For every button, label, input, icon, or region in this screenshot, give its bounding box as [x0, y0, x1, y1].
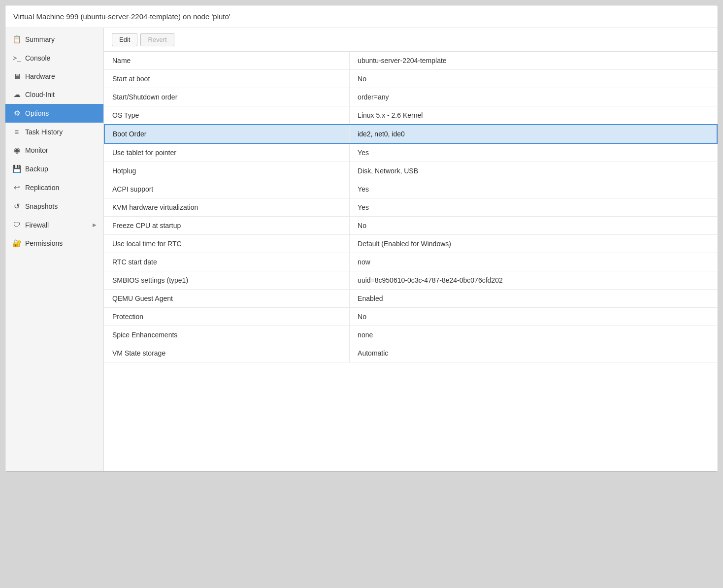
option-value: ubuntu-server-2204-template: [350, 52, 717, 70]
summary-icon: 📋: [12, 35, 21, 44]
options-icon: ⚙: [12, 109, 21, 118]
table-row[interactable]: SMBIOS settings (type1)uuid=8c950610-0c3…: [104, 271, 717, 290]
option-key: Use tablet for pointer: [104, 143, 350, 162]
sidebar-item-permissions[interactable]: 🔐Permissions: [5, 234, 103, 253]
option-key: RTC start date: [104, 253, 350, 271]
sidebar-item-label-permissions: Permissions: [25, 239, 63, 247]
option-value: No: [350, 217, 717, 235]
title-bar: Virtual Machine 999 (ubuntu-server-2204-…: [5, 5, 718, 28]
sidebar-item-replication[interactable]: ↩Replication: [5, 178, 103, 197]
option-key: VM State storage: [104, 344, 350, 362]
option-key: Boot Order: [104, 125, 350, 143]
option-value: Enabled: [350, 290, 717, 308]
sidebar-item-label-hardware: Hardware: [25, 72, 55, 80]
option-value: ide2, net0, ide0: [350, 125, 717, 143]
table-row[interactable]: ProtectionNo: [104, 308, 717, 326]
replication-icon: ↩: [12, 183, 21, 192]
option-value: order=any: [350, 88, 717, 106]
table-row[interactable]: Nameubuntu-server-2204-template: [104, 52, 717, 70]
snapshots-icon: ↺: [12, 202, 21, 211]
option-key: QEMU Guest Agent: [104, 290, 350, 308]
table-row[interactable]: Freeze CPU at startupNo: [104, 217, 717, 235]
sidebar-item-cloud-init[interactable]: ☁Cloud-Init: [5, 85, 103, 104]
option-key: Name: [104, 52, 350, 70]
console-icon: >_: [12, 54, 21, 62]
sidebar-item-label-console: Console: [25, 54, 50, 62]
sidebar-item-label-cloud-init: Cloud-Init: [25, 91, 55, 98]
permissions-icon: 🔐: [12, 239, 21, 248]
option-value: Yes: [350, 143, 717, 162]
option-value: Default (Enabled for Windows): [350, 235, 717, 253]
table-row[interactable]: RTC start datenow: [104, 253, 717, 271]
option-value: No: [350, 308, 717, 326]
sidebar-item-options[interactable]: ⚙Options: [5, 104, 103, 123]
option-key: KVM hardware virtualization: [104, 198, 350, 217]
content-area: Edit Revert Nameubuntu-server-2204-templ…: [104, 28, 718, 471]
cloud-icon: ☁: [12, 90, 21, 99]
toolbar: Edit Revert: [104, 28, 718, 52]
main-window: Virtual Machine 999 (ubuntu-server-2204-…: [5, 5, 718, 472]
sidebar-item-summary[interactable]: 📋Summary: [5, 30, 103, 49]
sidebar-item-console[interactable]: >_Console: [5, 49, 103, 67]
backup-icon: 💾: [12, 164, 21, 173]
table-row[interactable]: OS TypeLinux 5.x - 2.6 Kernel: [104, 106, 717, 125]
option-value: uuid=8c950610-0c3c-4787-8e24-0bc076cfd20…: [350, 271, 717, 290]
option-value: now: [350, 253, 717, 271]
table-row[interactable]: Use local time for RTCDefault (Enabled f…: [104, 235, 717, 253]
revert-button[interactable]: Revert: [140, 33, 174, 46]
table-row[interactable]: Boot Orderide2, net0, ide0: [104, 125, 717, 143]
firewall-icon: 🛡: [12, 221, 21, 229]
sidebar-item-monitor[interactable]: ◉Monitor: [5, 141, 103, 160]
sidebar-item-task-history[interactable]: ≡Task History: [5, 123, 103, 141]
sidebar-item-label-summary: Summary: [25, 35, 55, 43]
window-title: Virtual Machine 999 (ubuntu-server-2204-…: [13, 12, 230, 21]
table-row[interactable]: ACPI supportYes: [104, 180, 717, 198]
option-key: OS Type: [104, 106, 350, 125]
sidebar-item-label-snapshots: Snapshots: [25, 202, 58, 210]
option-key: Start/Shutdown order: [104, 88, 350, 106]
option-key: Hotplug: [104, 162, 350, 180]
table-row[interactable]: Start at bootNo: [104, 70, 717, 88]
option-key: Protection: [104, 308, 350, 326]
sidebar-item-snapshots[interactable]: ↺Snapshots: [5, 197, 103, 216]
sidebar-item-label-monitor: Monitor: [25, 146, 48, 154]
sidebar-item-label-task-history: Task History: [25, 128, 63, 136]
option-value: Automatic: [350, 344, 717, 362]
option-value: Linux 5.x - 2.6 Kernel: [350, 106, 717, 125]
option-key: SMBIOS settings (type1): [104, 271, 350, 290]
table-row[interactable]: Use tablet for pointerYes: [104, 143, 717, 162]
option-value: Yes: [350, 198, 717, 217]
main-layout: 📋Summary>_Console🖥Hardware☁Cloud-Init⚙Op…: [5, 28, 718, 471]
sidebar-item-label-firewall: Firewall: [25, 221, 49, 229]
sidebar-item-hardware[interactable]: 🖥Hardware: [5, 67, 103, 85]
option-key: ACPI support: [104, 180, 350, 198]
monitor-icon: ◉: [12, 146, 21, 155]
options-table: Nameubuntu-server-2204-templateStart at …: [104, 52, 718, 362]
option-key: Use local time for RTC: [104, 235, 350, 253]
sidebar-item-label-options: Options: [25, 109, 49, 117]
table-row[interactable]: HotplugDisk, Network, USB: [104, 162, 717, 180]
option-value: none: [350, 326, 717, 344]
table-row[interactable]: VM State storageAutomatic: [104, 344, 717, 362]
option-key: Spice Enhancements: [104, 326, 350, 344]
option-value: Yes: [350, 180, 717, 198]
hardware-icon: 🖥: [12, 72, 21, 80]
option-key: Start at boot: [104, 70, 350, 88]
table-row[interactable]: Spice Enhancementsnone: [104, 326, 717, 344]
task-history-icon: ≡: [12, 128, 21, 136]
option-key: Freeze CPU at startup: [104, 217, 350, 235]
sidebar-item-label-replication: Replication: [25, 184, 59, 192]
sidebar-item-label-backup: Backup: [25, 165, 48, 173]
sidebar: 📋Summary>_Console🖥Hardware☁Cloud-Init⚙Op…: [5, 28, 104, 471]
sidebar-item-firewall[interactable]: 🛡Firewall▶: [5, 216, 103, 234]
chevron-right-icon: ▶: [93, 222, 97, 228]
table-row[interactable]: QEMU Guest AgentEnabled: [104, 290, 717, 308]
option-value: No: [350, 70, 717, 88]
option-value: Disk, Network, USB: [350, 162, 717, 180]
edit-button[interactable]: Edit: [112, 33, 137, 46]
table-row[interactable]: KVM hardware virtualizationYes: [104, 198, 717, 217]
table-row[interactable]: Start/Shutdown orderorder=any: [104, 88, 717, 106]
sidebar-item-backup[interactable]: 💾Backup: [5, 160, 103, 178]
